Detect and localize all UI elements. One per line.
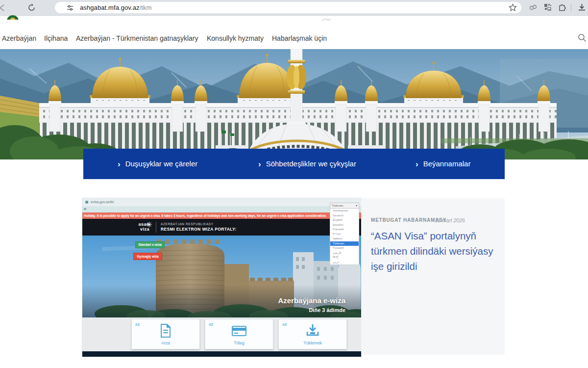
extension-icon[interactable] [529, 4, 537, 11]
evisa-favicon [85, 201, 88, 204]
url-path: /tkm [140, 4, 152, 11]
asan-star-icon: ✳ [146, 220, 152, 229]
hero-palace-photo [0, 49, 588, 159]
browser-toolbar: ashgabat.mfa.gov.az/tkm [0, 0, 588, 16]
embassy-emblem-partial [7, 15, 19, 20]
caret-down-icon: ▾ [356, 203, 357, 208]
language-option[interactable]: עברית [330, 232, 359, 237]
quick-links-bar: ›Duşuşyklar we çäreler ›Söhbetdeşlikler … [83, 149, 505, 179]
evisa-url-text: evisa.gov.az/tk/ [91, 200, 114, 204]
selected-language: Türkmen [332, 203, 343, 208]
nav-item-relations[interactable]: Azerbaýjan - Türkmenistan gatnaşyklary [76, 34, 198, 42]
language-dropdown: Türkmen▾ Azərbaycan Deutsch English Espa… [330, 203, 359, 265]
step-marker: #3 [282, 322, 287, 327]
quicklink-label: Duşuşyklar we çäreler [125, 159, 198, 168]
news-headline-line2[interactable]: türkmen dilindäki wersiýasy [371, 244, 502, 259]
search-icon[interactable] [578, 33, 587, 42]
extensions-puzzle-icon[interactable] [558, 3, 566, 12]
url-host: ashgabat.mfa.gov.az [80, 4, 140, 11]
translate-extension-icon[interactable] [544, 3, 552, 11]
url-text[interactable]: ashgabat.mfa.gov.az/tkm [80, 4, 152, 11]
quicklink-label: Söhbetdeşlikler we çykyşlar [266, 159, 356, 168]
news-headline-line3[interactable]: işe girizildi [371, 259, 502, 274]
language-option[interactable]: Français [330, 227, 359, 232]
news-panel: METBUGAT HABARNAMASY 13 mart 2026 “ASAN … [361, 198, 505, 355]
nav-item-azerbaijan[interactable]: Azerbaýjan [2, 34, 36, 42]
quicklink-label: Beýannamalar [423, 159, 471, 168]
step-label: Arza [132, 341, 199, 345]
step-marker: #1 [135, 322, 140, 327]
maiden-tower-photo [82, 236, 361, 317]
step-label: Ýüklemek [279, 341, 346, 345]
evisa-tagline-title: Azerbaýjana e-wiza [278, 296, 345, 305]
link-interviews-speeches[interactable]: ›Söhbetdeşlikler we çykyşlar [258, 149, 356, 179]
evisa-country-title: AZERBAÝJAN RESPUBLIKASY [161, 222, 214, 226]
evisa-tagline-sub: Diňe 3 ädimde [309, 307, 345, 313]
language-option-selected[interactable]: Türkmen [330, 241, 359, 246]
news-date: 13 mart 2026 [435, 217, 465, 223]
chevron-right-icon: › [258, 159, 261, 169]
language-option[interactable]: Azərbaycan [330, 209, 359, 213]
step-marker: #2 [209, 322, 213, 327]
language-option[interactable]: 中文 [330, 255, 359, 260]
language-option[interactable]: عربي [330, 260, 359, 265]
language-option[interactable]: فارسی [330, 251, 359, 256]
step-card-download[interactable]: #3 Ýüklemek [278, 319, 347, 349]
language-option[interactable]: Deutsch [330, 213, 359, 218]
step-card-application[interactable]: #1 Arza [131, 319, 200, 349]
nav-item-consular[interactable]: Konsullyk hyzmaty [207, 34, 264, 42]
back-icon-partial[interactable] [0, 4, 5, 12]
language-option[interactable]: English [330, 218, 359, 223]
document-icon [160, 324, 172, 340]
urgent-evisa-button[interactable]: Gyssagly wiza [133, 253, 162, 260]
toolbar-divider [571, 4, 571, 11]
evisa-portal-title: RESMI ELEKTRON WIZA PORTALY: [161, 227, 237, 232]
menu-remnant [84, 208, 86, 210]
link-meetings-events[interactable]: ›Duşuşyklar we çäreler [118, 149, 197, 179]
site-info-icon[interactable] [67, 4, 74, 11]
evisa-urgent-banner: Holiday. It is possible to apply for an … [82, 212, 361, 219]
chevron-right-icon: › [416, 159, 418, 169]
language-dropdown-toggle[interactable]: Türkmen▾ [330, 203, 359, 209]
language-option[interactable]: Español [330, 223, 359, 228]
logo-remnant [321, 15, 331, 20]
download-icon[interactable] [578, 3, 586, 12]
standard-evisa-button[interactable]: Standart e-wiza [135, 241, 165, 248]
evisa-header: asan viza ✳ AZERBAÝJAN RESPUBLIKASY RESM… [82, 219, 361, 236]
step-card-payment[interactable]: #2 Töleg [205, 319, 273, 349]
chevron-right-icon: › [118, 159, 121, 169]
link-statements[interactable]: ›Beýannamalar [416, 149, 470, 179]
bookmark-star-icon[interactable] [509, 3, 517, 12]
nav-item-embassy[interactable]: Ilçihana [44, 34, 68, 42]
language-dropdown-list: Azərbaycan Deutsch English Español Franç… [330, 209, 359, 265]
language-option[interactable]: Italiano [330, 237, 359, 241]
nav-item-contact[interactable]: Habarlaşmak üçin [272, 34, 327, 42]
news-image-evisa-screenshot[interactable]: evisa.gov.az/tk/ Holiday. It is possible… [82, 198, 361, 357]
news-headline-line1[interactable]: “ASAN Visa” portalynyň [371, 229, 502, 244]
credit-card-icon [232, 326, 246, 338]
language-option[interactable]: Русский [330, 246, 359, 251]
header-divider [156, 222, 156, 233]
evisa-subbar [82, 206, 361, 212]
download-file-icon [306, 324, 319, 339]
evisa-mini-urlbar: evisa.gov.az/tk/ [82, 198, 361, 206]
evisa-footer-strip [82, 351, 361, 357]
step-label: Töleg [205, 341, 273, 345]
reload-icon[interactable] [27, 3, 36, 12]
